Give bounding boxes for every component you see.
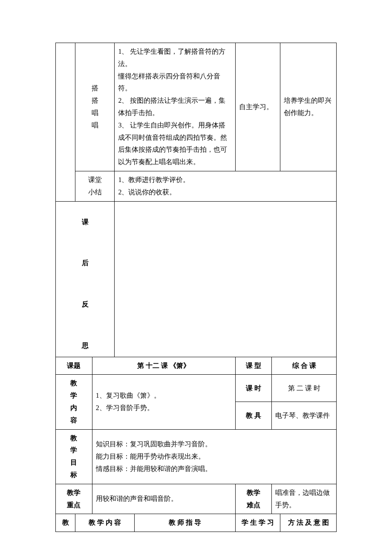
content-label: 教 学 内 容 [56, 375, 92, 429]
label-char: 教 [70, 432, 77, 445]
label-char: 目 [70, 457, 77, 469]
keypoint-value: 用较和谐的声音和唱音阶。 [92, 484, 235, 514]
label-char: 标 [70, 469, 77, 481]
type-label: 课 型 [235, 357, 272, 375]
reflection-label: 课 后 反 思 [56, 201, 115, 357]
label-char: 容 [70, 414, 77, 427]
label-line: 重点 [67, 499, 81, 512]
student-learning: 自主学习。 [235, 43, 280, 171]
reflection-char: 课 [59, 216, 111, 228]
summary-content: 1、教师进行教学评价。2、说说你的收获。 [115, 171, 337, 201]
label-char: 学 [70, 390, 77, 402]
topic-label: 课题 [56, 357, 92, 375]
reflection-char: 思 [59, 340, 111, 352]
label-char: 学 [70, 444, 77, 457]
reflection-char: 反 [59, 298, 111, 311]
goals-label: 教 学 目 标 [56, 429, 92, 484]
header-row: 教 教 学 内 容 教 师 指 导 学 生 学 习 方 法 及 意 图 [56, 514, 337, 532]
header-col2: 教 学 内 容 [75, 514, 134, 532]
header-col3: 教 师 指 导 [134, 514, 235, 532]
difficulty-value: 唱准音，边唱边做手势。 [272, 484, 337, 514]
label-line: 难点 [247, 499, 260, 512]
label-line: 小结 [88, 186, 102, 199]
period-label: 课 时 [235, 375, 272, 402]
label-char: 唱 [92, 119, 98, 132]
summary-label: 课堂 小结 [75, 171, 115, 201]
goals-row: 教 学 目 标 知识目标：复习巩固歌曲并学习音阶。能力目标：能用手势动作表现出来… [56, 429, 337, 484]
reflection-char: 后 [59, 257, 111, 269]
keypoint-row: 教学 重点 用较和谐的声音和唱音阶。 教学 难点 唱准音，边唱边做手势。 [56, 484, 337, 514]
lesson-plan-table: 搭 搭 唱 唱 1、 先让学生看图，了解搭音符的方法。懂得怎样搭表示四分音符和八… [55, 43, 337, 532]
reflection-content [115, 201, 337, 357]
content-row: 教 学 内 容 1、复习歌曲《箫》。2、学习音阶手势。 课 时 第 二 课 时 [56, 375, 337, 402]
label-char: 内 [70, 402, 77, 414]
label-char: 搭 [92, 95, 98, 107]
goals-value: 知识目标：复习巩固歌曲并学习音阶。能力目标：能用手势动作表现出来。情感目标：并能… [92, 429, 336, 484]
label-char: 教 [70, 377, 77, 390]
empty-cell [56, 43, 75, 202]
activity-label: 搭 搭 唱 唱 [75, 43, 115, 171]
label-line: 课堂 [88, 174, 102, 186]
tools-label: 教 具 [235, 402, 272, 429]
header-col5: 方 法 及 意 图 [280, 514, 337, 532]
content-value: 1、复习歌曲《箫》。2、学习音阶手势。 [92, 375, 235, 429]
type-value: 综 合 课 [272, 357, 337, 375]
teacher-guide: 1、 先让学生看图，了解搭音符的方法。懂得怎样搭表示四分音符和八分音符。2、 按… [115, 43, 235, 171]
label-char: 搭 [92, 82, 98, 95]
period-value: 第 二 课 时 [272, 375, 337, 402]
header-col4: 学 生 学 习 [235, 514, 280, 532]
tools-value: 电子琴、教学课件 [272, 402, 337, 429]
label-line: 教学 [247, 487, 260, 499]
reflection-row: 课 后 反 思 [56, 201, 337, 357]
topic-value: 第 十二 课 《箫》 [92, 357, 235, 375]
table-row: 搭 搭 唱 唱 1、 先让学生看图，了解搭音符的方法。懂得怎样搭表示四分音符和八… [56, 43, 337, 171]
table-row: 课堂 小结 1、教师进行教学评价。2、说说你的收获。 [56, 171, 337, 201]
label-char: 唱 [92, 107, 98, 119]
topic-row: 课题 第 十二 课 《箫》 课 型 综 合 课 [56, 357, 337, 375]
keypoint-label: 教学 重点 [56, 484, 92, 514]
method-intent: 培养学生的即兴创作能力。 [280, 43, 337, 171]
label-line: 教学 [67, 487, 81, 499]
difficulty-label: 教学 难点 [235, 484, 272, 514]
header-col1: 教 [56, 514, 75, 532]
